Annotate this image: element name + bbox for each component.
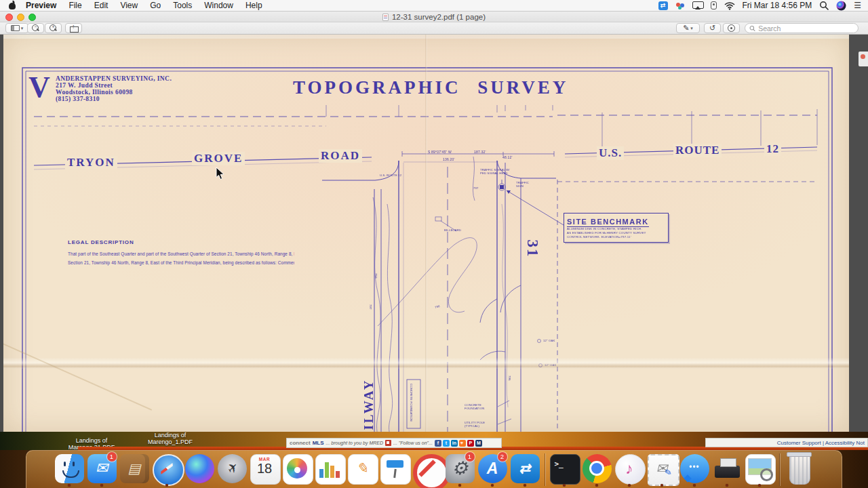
dock-preview[interactable] — [745, 452, 775, 487]
menu-bar-clock[interactable]: Fri Mar 18 4:56 PM — [743, 1, 812, 10]
markup-toolbar-button[interactable] — [723, 23, 740, 33]
legal-paragraph-2: Section 21, Township 46 North, Range 8, … — [68, 260, 294, 266]
input-source-icon[interactable] — [711, 1, 717, 9]
road-label-grove: GROVE — [192, 152, 245, 165]
railway-label: RAILWAY — [361, 379, 376, 432]
wifi-icon[interactable] — [724, 1, 735, 10]
dock-messages[interactable] — [679, 452, 710, 487]
markup-circle-icon — [728, 24, 735, 32]
social-icon[interactable]: f — [435, 440, 441, 447]
app-icon — [680, 454, 709, 483]
social-icon[interactable]: P — [467, 440, 474, 447]
teamviewer-status-icon[interactable]: ⇄ — [658, 1, 668, 10]
dock-launchpad[interactable] — [217, 452, 248, 487]
dock-itunes[interactable] — [614, 452, 645, 487]
oak-label-1: 12" OAK — [543, 339, 555, 342]
concrete-foundation-label-1: CONCRETE FOUNDATION — [410, 384, 413, 426]
dock-app-store[interactable]: 2 — [477, 452, 508, 487]
desktop-file-marengo1[interactable]: Landings ofMarengo_1.PDF — [138, 432, 203, 445]
dock-chrome[interactable] — [582, 452, 612, 487]
social-icons: ftinᯤPM — [435, 440, 482, 447]
menu-edit[interactable]: Edit — [94, 1, 108, 10]
dock-system-preferences[interactable]: 1 — [445, 452, 475, 487]
firm-initial: V — [28, 73, 50, 102]
dock-terminal[interactable] — [549, 452, 580, 487]
rotate-button[interactable]: ↺ — [704, 23, 721, 33]
dock-calendar[interactable]: MAR18 — [250, 452, 280, 487]
zoom-out-button[interactable]: − — [27, 23, 44, 33]
dock-keynote[interactable] — [380, 452, 410, 487]
markup-pen-button[interactable]: ✎▾ — [676, 23, 700, 33]
menu-tools[interactable]: Tools — [173, 1, 192, 10]
dock-finder[interactable] — [54, 452, 85, 487]
social-icon[interactable]: t — [443, 440, 450, 447]
dock-blocked-app[interactable] — [412, 452, 443, 487]
airplay-icon[interactable] — [692, 1, 703, 10]
dock-siri[interactable] — [184, 452, 215, 487]
road-label-route: ROUTE — [673, 144, 722, 157]
dock-teamviewer[interactable] — [510, 452, 540, 487]
rotate-icon: ↺ — [709, 24, 715, 33]
app-icon — [648, 454, 677, 483]
window-title-bar: 12-31 survey2.pdf (1 page) — [0, 12, 868, 22]
menu-window[interactable]: Window — [204, 1, 233, 10]
menu-bar: PreviewFileEditViewGoToolsWindowHelp ⇄ F… — [0, 0, 868, 12]
background-window-fragment — [859, 52, 868, 66]
dock-safari[interactable] — [152, 452, 182, 487]
window-title: 12-31 survey2.pdf (1 page) — [0, 12, 868, 22]
banner-follow: ... "Follow us on"... — [393, 441, 433, 445]
app-icon — [380, 454, 410, 483]
menu-view[interactable]: View — [120, 1, 138, 10]
pdf-doc-icon — [382, 14, 389, 21]
road-label-road: ROAD — [319, 149, 362, 163]
sidebar-toggle-button[interactable]: ▾ — [5, 23, 28, 33]
search-input[interactable] — [758, 24, 854, 33]
contour-797b-label: 797 — [369, 304, 372, 310]
pdf-page[interactable]: V ANDERSTAPPEN SURVEYING, INC. 217 W. Ju… — [3, 35, 849, 432]
social-icon[interactable]: ᯤ — [459, 440, 466, 447]
menu-file[interactable]: File — [68, 1, 81, 10]
dock-trash[interactable] — [784, 452, 814, 487]
dock-photos[interactable] — [282, 452, 313, 487]
dock: 1MAR1812 — [26, 450, 842, 488]
dock-right-group — [549, 452, 775, 487]
social-icon[interactable]: in — [451, 440, 458, 447]
traffic-signal-label: TRAFFIC SIGNAL W/ PED SIGNAL HEAD — [480, 168, 511, 175]
dock-mail[interactable]: 1 — [87, 452, 117, 487]
sidebar-icon — [11, 25, 20, 31]
social-icon[interactable]: M — [475, 440, 482, 447]
menu-preview[interactable]: Preview — [26, 1, 56, 10]
app-menus: PreviewFileEditViewGoToolsWindowHelp — [26, 1, 262, 10]
dock-printer[interactable] — [712, 452, 743, 487]
dock-pages[interactable] — [347, 452, 378, 487]
dim-48: 48.12' — [502, 155, 513, 159]
road-label-us: U.S. — [597, 146, 624, 160]
dock-separator — [545, 453, 545, 486]
menu-help[interactable]: Help — [245, 1, 262, 10]
app-icon — [745, 454, 774, 483]
firm-block: ANDERSTAPPEN SURVEYING, INC. 217 W. Judd… — [56, 76, 172, 103]
app-status-icon[interactable] — [675, 1, 685, 10]
apple-menu-icon[interactable] — [8, 1, 16, 9]
dock-numbers[interactable] — [315, 452, 345, 487]
route-31-label: 31 — [524, 240, 541, 258]
app-icon — [218, 454, 247, 483]
siri-icon[interactable] — [836, 1, 846, 11]
share-button[interactable] — [65, 23, 82, 33]
dock-contacts[interactable] — [119, 452, 150, 487]
legal-paragraph-1: That part of the Southeast Quarter and p… — [68, 251, 294, 258]
spotlight-icon[interactable] — [819, 1, 829, 10]
dock-letter[interactable] — [647, 452, 677, 487]
dock-left-group: 1MAR1812 — [54, 452, 540, 487]
connectmls-logo: connect — [290, 440, 311, 446]
search-field[interactable] — [745, 23, 859, 33]
mls-logo-text: MLS — [313, 440, 324, 446]
utility-pole-label: UTILITY POLE (TYPICAL) — [465, 421, 492, 428]
zoom-in-button[interactable]: + — [45, 23, 62, 33]
legal-description: LEGAL DESCRIPTION That part of the South… — [68, 239, 294, 432]
chevron-down-icon: ▾ — [690, 26, 693, 31]
notification-center-icon[interactable]: ☰ — [854, 1, 861, 10]
menu-go[interactable]: Go — [150, 1, 161, 10]
menu-bar-status: ⇄ Fri Mar 18 4:56 PM ☰ — [658, 1, 868, 11]
customer-support-link[interactable]: Customer Support | Accessibility Not — [777, 440, 865, 446]
